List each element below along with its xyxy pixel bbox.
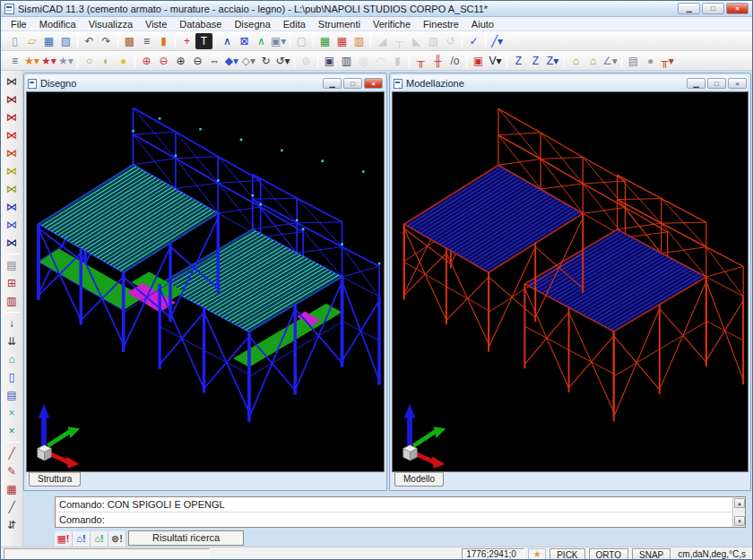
view-3d-icon[interactable]: ◆▾	[223, 53, 240, 69]
menu-disegna[interactable]: Disegna	[228, 17, 276, 31]
menu-modifica[interactable]: Modifica	[33, 17, 82, 31]
column-window-icon[interactable]: ▥	[351, 33, 368, 49]
find-entity-icon[interactable]: ⊚	[298, 53, 315, 69]
disegno-minimize-button[interactable]: ▁	[323, 78, 342, 89]
favorites-orange-icon[interactable]: ★▾	[23, 53, 40, 69]
error-list-icon[interactable]: ▦!	[55, 531, 73, 547]
tab-struttura[interactable]: Struttura	[29, 472, 81, 487]
zoom-window-icon[interactable]: ⊕	[138, 53, 155, 69]
z-action-icon[interactable]: Z	[510, 53, 527, 69]
light-half-icon[interactable]: ◐	[98, 53, 115, 69]
menu-visualizza[interactable]: Visualizza	[82, 17, 139, 31]
search-results-icon[interactable]: ⊚!	[108, 531, 126, 547]
levels-icon[interactable]: ≡	[138, 33, 155, 49]
modellazione-close-button[interactable]: ×	[728, 78, 747, 89]
snap-toggle[interactable]: SNAP	[632, 548, 671, 560]
z-menu-icon[interactable]: Z▾	[544, 53, 561, 69]
floor-icon[interactable]: ⌂	[3, 350, 22, 368]
section-cut-icon[interactable]: ⊠	[236, 33, 253, 49]
verify-icon[interactable]: ✓	[465, 33, 482, 49]
report-icon[interactable]: ▥	[3, 292, 22, 310]
orto-toggle[interactable]: ORTO	[589, 548, 629, 560]
command-scrollbar[interactable]: ▴ ▾	[732, 497, 745, 527]
picker-icon[interactable]: ╱	[3, 498, 22, 516]
zoom-previous-icon[interactable]: ⊖	[155, 53, 172, 69]
pick-toggle[interactable]: PICK	[550, 548, 584, 560]
sheet-icon[interactable]: ▤	[3, 386, 22, 404]
scroll-up-button[interactable]: ▴	[734, 498, 745, 508]
monitor-icon[interactable]: ▣	[321, 53, 338, 69]
beam-section-icon[interactable]: ╥	[412, 53, 429, 69]
node-constraint-8-icon[interactable]: ⋈	[3, 198, 22, 216]
menu-database[interactable]: Database	[173, 17, 228, 31]
zoom-out-icon[interactable]: ⊖	[189, 53, 206, 69]
node-constraint-5-icon[interactable]: ⋈	[3, 144, 22, 162]
save-all-icon[interactable]: ▨	[57, 33, 74, 49]
tab-risultati-ricerca[interactable]: Risultati ricerca	[128, 530, 244, 546]
column-tool-icon[interactable]: ▮	[155, 33, 172, 49]
layers-stack-icon[interactable]: ▤	[3, 256, 22, 274]
save-icon[interactable]: ▦	[40, 33, 57, 49]
favorites-blue-icon[interactable]: ★▾	[57, 53, 74, 69]
solids-icon[interactable]: ▤	[625, 53, 642, 69]
light-off-icon[interactable]: ○	[81, 53, 98, 69]
frame-export-icon[interactable]: ∧	[253, 33, 270, 49]
section-view-icon[interactable]: ▥	[338, 53, 355, 69]
grid-window-icon[interactable]: ▦	[333, 33, 351, 49]
menu-verifiche[interactable]: Verifiche	[367, 17, 417, 31]
favorites-red-icon[interactable]: ★▾	[40, 53, 57, 69]
arrows-down-icon[interactable]: ⇊	[3, 332, 22, 350]
delete-x-icon[interactable]: ×	[3, 404, 22, 422]
model-warning-icon[interactable]: ⌂!	[73, 531, 91, 547]
node-constraint-6-icon[interactable]: ⋈	[3, 162, 22, 180]
modellazione-canvas[interactable]	[392, 91, 749, 472]
zoom-in-icon[interactable]: ⊕	[172, 53, 189, 69]
menu-finestre[interactable]: Finestre	[417, 17, 465, 31]
measure-icon[interactable]: /o	[446, 53, 463, 69]
menu-aiuto[interactable]: Aiuto	[465, 17, 500, 31]
pencil-icon[interactable]: ✎	[3, 462, 22, 480]
model-update-icon[interactable]: ⌂!	[91, 531, 108, 547]
units-settings-icon[interactable]: ★	[528, 548, 546, 560]
node-constraint-10-icon[interactable]: ⋈	[3, 234, 22, 252]
text-style-icon[interactable]: T	[195, 33, 212, 49]
pan-icon[interactable]: ⇔	[206, 53, 223, 69]
blank-icon[interactable]: ▢	[293, 33, 310, 49]
command-input[interactable]: Comando:	[56, 513, 731, 527]
solid-view-icon[interactable]: ▣▾	[270, 33, 287, 49]
node-constraint-1-icon[interactable]: ⋈	[3, 73, 22, 90]
angle-icon[interactable]: ∠▾	[602, 53, 619, 69]
frame-node-icon[interactable]: ∧	[219, 33, 236, 49]
rotate-back-icon[interactable]: ↺▾	[274, 53, 291, 69]
node-constraint-9-icon[interactable]: ⋈	[3, 216, 22, 234]
minimize-button[interactable]: ▁	[678, 3, 700, 14]
disegno-canvas[interactable]	[26, 91, 385, 472]
new-icon[interactable]: ▯	[6, 33, 23, 49]
node-constraint-4-icon[interactable]: ⋈	[3, 126, 22, 144]
disegno-titlebar[interactable]: Disegno ▁ □ ×	[26, 75, 385, 91]
delete-all-icon[interactable]: ×	[3, 422, 22, 440]
tab-modello[interactable]: Modello	[394, 472, 444, 487]
codes-icon[interactable]: ▩	[121, 33, 138, 49]
rotate-view-icon[interactable]: ↻	[257, 53, 274, 69]
scroll-down-button[interactable]: ▾	[734, 516, 745, 526]
z-action-2-icon[interactable]: Z	[527, 53, 544, 69]
redline-icon[interactable]: ╱	[3, 444, 22, 462]
truss-icon[interactable]: ⌂	[567, 53, 584, 69]
menu-file[interactable]: File	[4, 17, 33, 31]
orbit-icon[interactable]: ↺	[442, 33, 459, 49]
pin-icon[interactable]: ▮	[389, 53, 406, 69]
disegno-close-button[interactable]: ×	[364, 78, 383, 89]
close-button[interactable]: ×	[726, 3, 749, 14]
wedge-icon[interactable]: ◣	[408, 33, 425, 49]
dome-icon[interactable]: ◠	[372, 53, 389, 69]
load-v-icon[interactable]: V▾	[487, 53, 504, 69]
render-icon[interactable]: ▨	[425, 33, 442, 49]
truss-2-icon[interactable]: ⌂	[584, 53, 602, 69]
plan-window-icon[interactable]: ▦	[316, 33, 333, 49]
light-on-icon[interactable]: ●	[115, 53, 132, 69]
materials-icon[interactable]: +	[178, 33, 195, 49]
save-view-icon[interactable]: ▦	[3, 480, 22, 498]
post-icon[interactable]: ┬	[391, 33, 408, 49]
support-icon[interactable]: ╥▾	[659, 53, 676, 69]
